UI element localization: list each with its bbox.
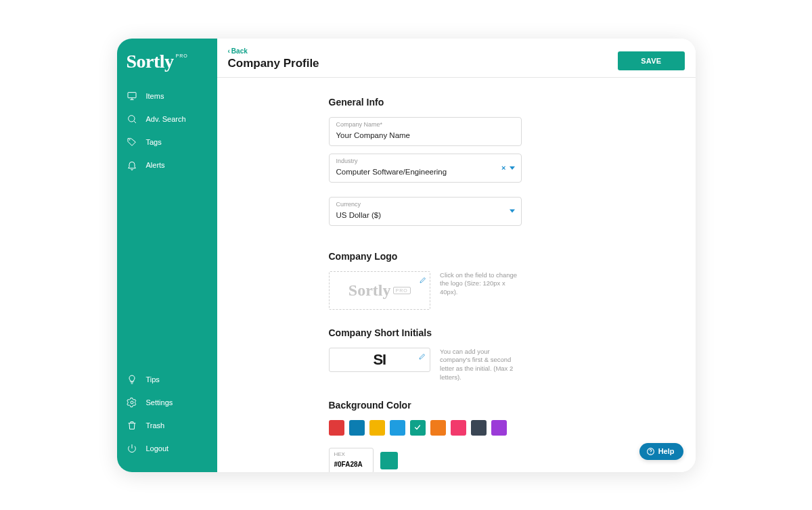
color-swatch[interactable] [369, 420, 385, 436]
currency-select[interactable] [336, 211, 514, 219]
sidebar-item-label: Items [146, 92, 164, 100]
brand-wordmark: Sortly [127, 51, 174, 72]
sidebar-item-logout[interactable]: Logout [117, 437, 217, 460]
clear-industry-icon[interactable]: × [501, 164, 505, 172]
chevron-left-icon: ‹ [228, 47, 230, 55]
logo-placeholder: Sortly PRO [348, 281, 411, 300]
section-company-logo: Company Logo [329, 251, 522, 262]
section-background-color: Background Color [329, 400, 522, 411]
back-link[interactable]: ‹ Back [228, 47, 248, 55]
hex-color-preview [380, 452, 398, 469]
svg-line-4 [133, 120, 135, 122]
chevron-down-icon[interactable] [510, 210, 515, 213]
help-button[interactable]: Help [639, 443, 683, 460]
color-swatch[interactable] [491, 420, 507, 436]
logo-upload-box[interactable]: Sortly PRO [329, 271, 431, 310]
field-label: Currency [336, 201, 514, 208]
nav-secondary: Tips Settings Trash Logout [117, 368, 217, 460]
section-general-info: General Info [329, 97, 522, 108]
brand-pro-tag: PRO [176, 53, 188, 58]
sidebar-item-tips[interactable]: Tips [117, 368, 217, 391]
color-swatch[interactable] [410, 420, 426, 436]
placeholder-pro-tag: PRO [393, 287, 411, 294]
pencil-icon [419, 275, 427, 287]
sidebar-item-label: Logout [146, 444, 169, 453]
brand-logo: Sortly PRO [117, 51, 217, 80]
company-name-input[interactable] [336, 131, 514, 139]
field-label: Company Name* [336, 121, 514, 128]
sidebar-item-label: Settings [146, 398, 173, 407]
content-scroll[interactable]: General Info Company Name* Industry × Cu… [217, 78, 696, 472]
company-name-field[interactable]: Company Name* [329, 117, 522, 146]
power-icon [127, 443, 137, 454]
color-swatch-row [329, 420, 522, 436]
gear-icon [127, 397, 137, 408]
hex-input[interactable] [334, 461, 368, 468]
placeholder-wordmark: Sortly [348, 281, 391, 300]
app-window: Sortly PRO Items Adv. Search Tags Alerts [117, 39, 696, 472]
lightbulb-icon [127, 374, 137, 385]
check-icon [413, 423, 422, 432]
sidebar-item-label: Tips [146, 375, 160, 384]
sidebar-item-tags[interactable]: Tags [117, 131, 217, 154]
hex-label: HEX [334, 451, 368, 457]
svg-point-6 [131, 401, 133, 404]
sidebar-item-label: Tags [146, 138, 162, 146]
sidebar-item-trash[interactable]: Trash [117, 414, 217, 437]
logo-hint: Click on the field to change the logo (S… [440, 271, 521, 297]
industry-select[interactable] [336, 168, 514, 176]
sidebar-item-label: Trash [146, 421, 165, 430]
help-icon [646, 447, 655, 456]
svg-point-8 [650, 453, 651, 453]
main-panel: ‹ Back Company Profile SAVE General Info… [217, 39, 696, 472]
color-swatch[interactable] [430, 420, 446, 436]
page-title: Company Profile [228, 57, 319, 70]
sidebar-item-label: Adv. Search [146, 115, 186, 123]
initials-edit-box[interactable]: SI [329, 348, 431, 372]
initials-hint: You can add your company's first & secon… [440, 348, 521, 382]
sidebar-item-label: Alerts [146, 161, 165, 169]
form-column: General Info Company Name* Industry × Cu… [329, 97, 522, 472]
chevron-down-icon[interactable] [510, 166, 515, 170]
color-swatch[interactable] [329, 420, 344, 436]
initials-value: SI [373, 351, 386, 369]
page-header: ‹ Back Company Profile SAVE [217, 39, 696, 78]
industry-field[interactable]: Industry × [329, 154, 522, 183]
color-swatch[interactable] [471, 420, 487, 436]
help-label: Help [658, 447, 675, 455]
field-label: Industry [336, 158, 514, 164]
svg-rect-0 [128, 92, 136, 97]
nav-primary: Items Adv. Search Tags Alerts [117, 85, 217, 177]
back-label: Back [231, 47, 248, 55]
color-swatch[interactable] [349, 420, 365, 436]
sidebar-item-settings[interactable]: Settings [117, 391, 217, 414]
currency-field[interactable]: Currency [329, 197, 522, 226]
sidebar: Sortly PRO Items Adv. Search Tags Alerts [117, 39, 217, 472]
svg-point-3 [128, 115, 134, 121]
section-short-initials: Company Short Initials [329, 327, 522, 338]
search-icon [127, 114, 137, 124]
monitor-icon [127, 91, 137, 101]
sidebar-item-adv-search[interactable]: Adv. Search [117, 108, 217, 131]
hex-field[interactable]: HEX [329, 448, 374, 472]
trash-icon [127, 420, 137, 431]
save-button[interactable]: SAVE [618, 51, 684, 70]
color-swatch[interactable] [390, 420, 405, 436]
tag-icon [127, 137, 137, 147]
bell-icon [127, 160, 137, 170]
sidebar-item-items[interactable]: Items [117, 85, 217, 108]
svg-point-5 [129, 139, 130, 140]
pencil-icon [418, 351, 426, 363]
color-swatch[interactable] [451, 420, 466, 436]
sidebar-item-alerts[interactable]: Alerts [117, 154, 217, 177]
